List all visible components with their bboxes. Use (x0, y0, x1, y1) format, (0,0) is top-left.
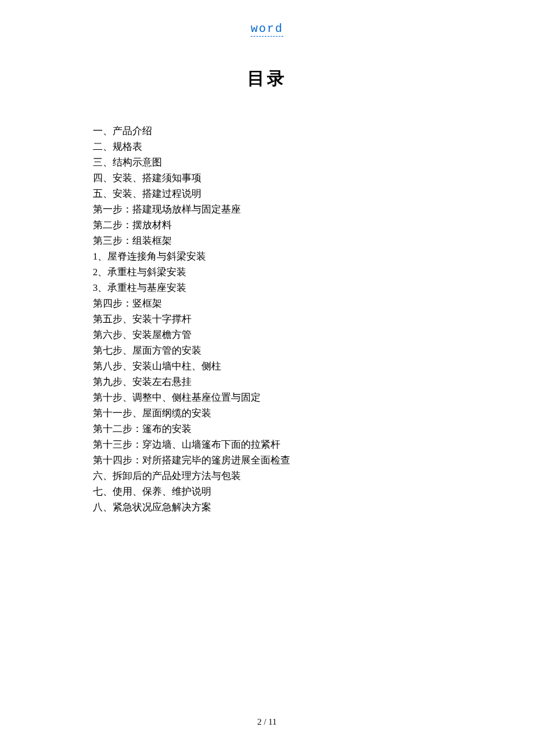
toc-item: 第九步、安装左右悬挂 (93, 374, 290, 390)
toc-item: 第二步：摆放材料 (93, 217, 290, 233)
toc-item: 第八步、安装山墙中柱、侧柱 (93, 358, 290, 374)
toc-list: 一、产品介绍 二、规格表 三、结构示意图 四、安装、搭建须知事项 五、安装、搭建… (93, 123, 290, 515)
toc-item: 1、屋脊连接角与斜梁安装 (93, 249, 290, 264)
toc-item: 第四步：竖框架 (93, 296, 290, 311)
toc-item: 2、承重柱与斜梁安装 (93, 264, 290, 280)
toc-item: 五、安装、搭建过程说明 (93, 186, 290, 201)
toc-item: 第十一步、屋面纲缆的安装 (93, 405, 290, 421)
toc-item: 第一步：搭建现场放样与固定基座 (93, 201, 290, 217)
toc-item: 四、安装、搭建须知事项 (93, 170, 290, 186)
toc-item: 二、规格表 (93, 139, 290, 154)
toc-item: 第三步：组装框架 (93, 233, 290, 249)
page-title: 目录 (247, 67, 287, 91)
toc-item: 第十步、调整中、侧柱基座位置与固定 (93, 390, 290, 405)
toc-item: 第六步、安装屋檐方管 (93, 327, 290, 343)
toc-item: 第五步、安装十字撑杆 (93, 311, 290, 327)
toc-item: 第十四步：对所搭建完毕的篷房进展全面检查 (93, 452, 290, 468)
toc-item: 3、承重柱与基座安装 (93, 280, 290, 296)
toc-item: 三、结构示意图 (93, 154, 290, 170)
toc-item: 七、使用、保养、维护说明 (93, 484, 290, 499)
toc-item: 八、紧急状况应急解决方案 (93, 499, 290, 515)
toc-item: 六、拆卸后的产品处理方法与包装 (93, 468, 290, 484)
header-word-link[interactable]: word (251, 22, 283, 37)
toc-item: 第十三步：穿边墙、山墙篷布下面的拉紧杆 (93, 437, 290, 452)
toc-item: 一、产品介绍 (93, 123, 290, 139)
toc-item: 第十二步：篷布的安装 (93, 421, 290, 437)
page-number: 2 / 11 (257, 717, 277, 727)
toc-item: 第七步、屋面方管的安装 (93, 343, 290, 358)
